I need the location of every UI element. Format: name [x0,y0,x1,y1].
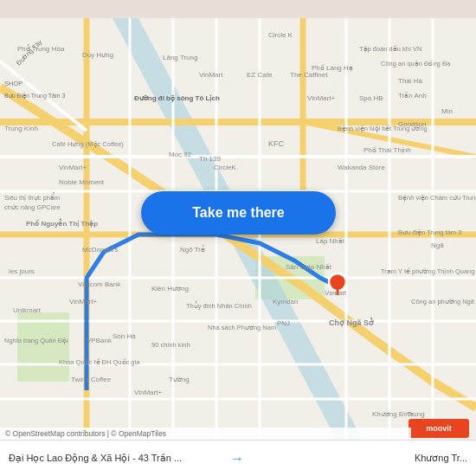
svg-text:Trạm Y tế phường Thịnh Quang: Trạm Y tế phường Thịnh Quang [381,267,474,275]
svg-text:Nhà sách Phương Nam: Nhà sách Phương Nam [208,324,276,331]
svg-text:McDonald's: McDonald's [82,246,119,254]
svg-text:Spa HB: Spa HB [359,94,383,102]
svg-rect-2 [17,312,69,382]
arrow-separator: → [230,451,244,466]
svg-text:Duy Hưng: Duy Hưng [82,51,113,59]
svg-text:Phố Thái Thịnh: Phố Thái Thịnh [363,146,411,154]
moovit-label: moovit [426,424,452,433]
svg-text:chức năng GPCare: chức năng GPCare [4,203,61,211]
svg-text:Trung: Trung [407,410,425,418]
svg-text:Phố Nguyễn Thị Thập: Phố Nguyễn Thị Thập [26,218,98,228]
svg-text:Son Hà: Son Hà [113,332,136,340]
svg-text:les jours: les jours [9,267,35,275]
svg-text:VinMart+: VinMart+ [307,94,335,102]
svg-text:Wakanda Store: Wakanda Store [338,164,385,171]
svg-text:Chợ Ngã Sở: Chợ Ngã Sở [329,317,374,327]
map-container: Phở Trung Hòa Đường Tây Duy Hưng SHOP Bư… [0,0,476,476]
svg-text:Khoa Quốc tế ĐH Quốc gia: Khoa Quốc tế ĐH Quốc gia [59,358,140,366]
svg-text:VinMart: VinMart [199,71,223,79]
map-attribution: © OpenStreetMap contributors | © OpenMap… [0,428,411,440]
svg-text:Circle K: Circle K [268,31,293,39]
svg-text:Kymdan: Kymdan [273,298,298,306]
svg-text:Vsmart: Vsmart [325,289,347,297]
from-label: Đại Học Lao Động & Xã Hội - 43 Trần ... [9,453,225,464]
svg-text:Đường đi bộ sông Tô Lịch: Đường đi bộ sông Tô Lịch [134,94,220,102]
svg-text:VinMart+: VinMart+ [134,389,162,396]
svg-text:Ngõ Trẻ: Ngõ Trẻ [180,245,205,254]
to-label: Khương Tr... [249,453,467,464]
svg-text:Café Hưng (Mộc Coffee): Café Hưng (Mộc Coffee) [52,140,124,148]
svg-text:Bưu Điện Trung Tâm 3: Bưu Điện Trung Tâm 3 [4,93,66,100]
svg-text:Moc 92: Moc 92 [169,151,192,158]
svg-text:CircleK: CircleK [214,164,236,171]
svg-text:KFC: KFC [268,139,285,148]
moovit-logo: moovit [408,419,469,438]
svg-text:VPBank: VPBank [87,337,113,344]
svg-text:Nghĩa trang Quân Đội: Nghĩa trang Quân Đội [4,337,68,344]
svg-text:Vietcom Bank: Vietcom Bank [78,280,121,288]
svg-text:Siêu thị thực phẩm: Siêu thị thực phẩm [4,192,60,202]
svg-text:SHOP: SHOP [4,80,23,87]
svg-text:Th 139: Th 139 [199,155,221,163]
svg-text:Công an phường Ngã Tư Sở: Công an phường Ngã Tư Sở [411,297,476,306]
attribution-text: © OpenStreetMap contributors | © OpenMap… [5,429,166,438]
svg-text:Công an quận Đống Đa: Công an quận Đống Đa [381,60,451,68]
svg-text:PNJ: PNJ [277,319,290,327]
svg-text:Thủy đinh Nhân Chính: Thủy đinh Nhân Chính [186,301,252,310]
svg-text:90 chính kinh: 90 chính kinh [151,341,190,349]
svg-text:Twins Coffee: Twins Coffee [71,376,112,383]
svg-text:Bệnh viện Nội tiết Trung ương: Bệnh viện Nội tiết Trung ương [338,125,428,132]
svg-text:VinMart+: VinMart+ [69,298,97,306]
svg-text:Kiên Hương: Kiên Hương [151,285,189,293]
svg-text:Sân Giáp Nhất: Sân Giáp Nhất [286,263,332,271]
svg-text:Tập đoàn dầu khí VN: Tập đoàn dầu khí VN [359,45,422,53]
take-me-there-button[interactable]: Take me there [141,191,336,235]
svg-text:Thái Hà: Thái Hà [398,77,423,85]
svg-text:Trần Anh: Trần Anh [398,92,427,100]
svg-text:Ngã: Ngã [431,241,444,249]
map-background: Phở Trung Hòa Đường Tây Duy Hưng SHOP Bư… [0,0,476,476]
svg-text:VinMart+: VinMart+ [59,164,87,171]
svg-text:Trung Kinh: Trung Kinh [4,125,38,132]
svg-text:Lăng Trung: Lăng Trung [163,54,197,61]
svg-text:Noble Moment: Noble Moment [59,178,105,186]
svg-text:Tường: Tường [169,376,190,383]
svg-text:Min: Min [441,107,453,115]
svg-text:Bưu điện Trung tâm 3: Bưu điện Trung tâm 3 [398,228,461,236]
svg-text:Unikmart: Unikmart [13,306,42,314]
svg-text:The Caffinet: The Caffinet [290,71,328,79]
svg-text:EZ Cafe: EZ Cafe [247,71,273,79]
bottom-route-bar: Đại Học Lao Động & Xã Hội - 43 Trần ... … [0,440,476,476]
svg-text:Bệnh viện Châm cứu Trung ương: Bệnh viện Châm cứu Trung ương [398,194,476,202]
svg-text:Láp Nhất: Láp Nhất [316,237,345,245]
